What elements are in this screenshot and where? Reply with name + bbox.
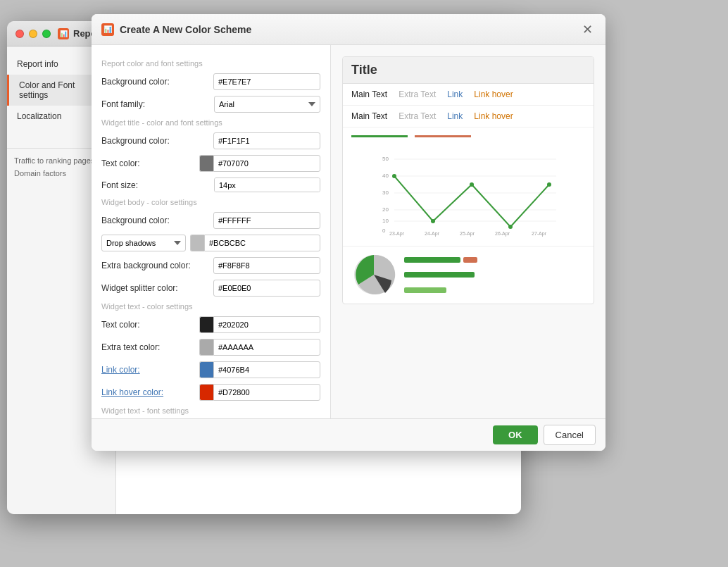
app-icon: 📊	[58, 28, 69, 39]
drop-shadows-row: Drop shadows No shadows	[101, 235, 320, 251]
preview-widget-title: Title	[343, 57, 594, 84]
widget-title-font-size-input[interactable]	[215, 178, 320, 192]
drop-shadows-swatch-input	[190, 235, 320, 251]
widget-title-text-color-row: Text color:	[101, 155, 320, 172]
widget-body-bg-row: Background color:	[101, 212, 320, 229]
text-color-field[interactable]	[213, 316, 320, 333]
link-hover-color-swatch	[199, 384, 213, 401]
report-section-label: Report color and font settings	[101, 59, 320, 68]
svg-point-12	[431, 219, 435, 223]
widget-title-font-size-row: Font size: ▲ ▼	[101, 177, 320, 192]
preview-link-2[interactable]: Link	[447, 111, 463, 121]
preview-link-1[interactable]: Link	[447, 89, 463, 99]
modal-header: 📊 Create A New Color Scheme ✕	[92, 14, 605, 45]
preview-extra-text-1: Extra Text	[398, 89, 436, 99]
settings-panel: Report color and font settings Backgroun…	[92, 45, 331, 418]
preview-bar-charts	[404, 252, 585, 298]
bar-green-2	[404, 272, 475, 278]
widget-body-section-label: Widget body - color settings	[101, 198, 320, 206]
modal-close-button[interactable]: ✕	[579, 21, 596, 38]
link-color-swatch	[199, 361, 213, 378]
link-hover-color-field[interactable]	[213, 384, 320, 401]
svg-point-14	[508, 225, 513, 229]
report-bg-color-input[interactable]	[213, 73, 320, 90]
link-color-row: Link color:	[101, 361, 320, 378]
svg-text:20: 20	[382, 206, 389, 213]
modal-body: Report color and font settings Backgroun…	[92, 45, 605, 418]
text-color-swatch-input	[199, 316, 320, 333]
font-family-select[interactable]: Arial Helvetica Times New Roman Verdana	[214, 96, 320, 113]
extra-bg-input[interactable]	[213, 257, 320, 274]
window-controls	[15, 30, 51, 38]
widget-title-font-size-wrapper: ▲ ▼	[214, 177, 320, 192]
report-bg-color-row: Background color:	[101, 73, 320, 90]
drop-shadows-swatch	[190, 235, 204, 251]
preview-text-row-1: Main Text Extra Text Link Link hover	[343, 84, 594, 106]
bar-red-1	[463, 257, 477, 263]
widget-title-text-color-swatch-input	[199, 155, 320, 172]
svg-text:23-Apr: 23-Apr	[389, 231, 405, 237]
splitter-input[interactable]	[213, 280, 320, 297]
widget-title-section-label: Widget title - color and font settings	[101, 118, 320, 127]
preview-panel: Title Main Text Extra Text Link Link hov…	[331, 45, 605, 418]
preview-extra-text-2: Extra Text	[398, 111, 436, 121]
widget-body-bg-input[interactable]	[213, 212, 320, 229]
svg-text:27-Apr: 27-Apr	[532, 231, 547, 237]
svg-point-11	[392, 174, 396, 178]
drop-shadows-select[interactable]: Drop shadows No shadows	[101, 235, 186, 251]
drop-shadows-field[interactable]	[204, 235, 320, 251]
minimize-button[interactable]	[29, 30, 37, 38]
maximize-button[interactable]	[42, 30, 51, 38]
link-color-swatch-input	[199, 361, 320, 378]
link-hover-color-swatch-input	[199, 384, 320, 401]
font-family-row: Font family: Arial Helvetica Times New R…	[101, 96, 320, 113]
preview-main-text-2: Main Text	[351, 111, 387, 121]
bar-green-1	[404, 257, 460, 263]
close-button[interactable]	[15, 30, 24, 38]
widget-body-bg-label: Background color:	[101, 216, 213, 225]
splitter-row: Widget splitter color:	[101, 280, 320, 297]
extra-bg-row: Extra background color:	[101, 257, 320, 274]
widget-text-section-label: Widget text - color settings	[101, 302, 320, 311]
extra-text-color-swatch	[199, 339, 213, 356]
svg-text:25-Apr: 25-Apr	[460, 231, 475, 237]
report-bg-color-label: Background color:	[101, 77, 213, 87]
svg-text:26-Apr: 26-Apr	[495, 231, 510, 237]
svg-text:0: 0	[382, 228, 386, 234]
widget-title-bg-input[interactable]	[213, 132, 320, 149]
svg-text:50: 50	[382, 156, 389, 162]
chart-line-red	[415, 135, 471, 137]
extra-text-color-swatch-input	[199, 339, 320, 356]
create-scheme-modal: 📊 Create A New Color Scheme ✕ Report col…	[92, 14, 605, 451]
text-color-row: Text color:	[101, 316, 320, 333]
preview-link-hover-1[interactable]: Link hover	[474, 89, 513, 99]
link-color-label: Link color:	[101, 365, 199, 375]
svg-text:30: 30	[382, 189, 389, 196]
svg-text:24-Apr: 24-Apr	[425, 231, 440, 237]
modal-icon: 📊	[101, 23, 114, 36]
widget-title-text-color-field[interactable]	[213, 155, 320, 172]
link-color-field[interactable]	[213, 361, 320, 378]
preview-chart-area: 50 40 30 20 10 0	[343, 145, 594, 246]
extra-bg-label: Extra background color:	[101, 261, 213, 270]
modal-footer: OK Cancel	[92, 418, 605, 451]
extra-text-color-label: Extra text color:	[101, 342, 199, 352]
preview-chart-svg: 50 40 30 20 10 0	[351, 152, 585, 237]
chart-lines-header	[343, 127, 594, 139]
link-hover-color-row: Link hover color:	[101, 384, 320, 401]
font-family-label: Font family:	[101, 99, 214, 109]
widget-title-text-color-swatch	[199, 155, 213, 172]
extra-text-color-field[interactable]	[213, 339, 320, 356]
cancel-button[interactable]: Cancel	[544, 425, 596, 445]
text-color-label: Text color:	[101, 320, 199, 330]
widget-title-bg-row: Background color:	[101, 132, 320, 149]
preview-link-hover-2[interactable]: Link hover	[474, 111, 513, 121]
widget-title-bg-label: Background color:	[101, 136, 213, 146]
widget-font-section-label: Widget text - font settings	[101, 406, 320, 415]
preview-widget: Title Main Text Extra Text Link Link hov…	[342, 56, 594, 304]
ok-button[interactable]: OK	[493, 425, 538, 444]
bar-green2-1	[404, 287, 446, 293]
widget-title-font-size-label: Font size:	[101, 180, 214, 190]
link-hover-color-label: Link hover color:	[101, 387, 199, 397]
bar-row-2	[404, 271, 585, 278]
